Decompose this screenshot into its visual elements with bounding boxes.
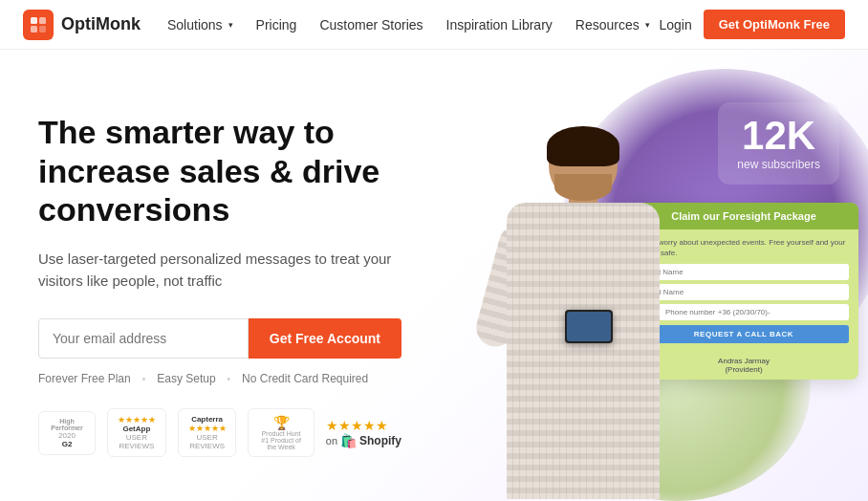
nav-cta-button[interactable]: Get OptiMonk Free — [704, 10, 845, 39]
stats-number: 12K — [737, 116, 820, 156]
logo-text: OptiMonk — [61, 14, 141, 34]
nav-inspiration[interactable]: Inspiration Library — [446, 17, 553, 33]
nav-links: Solutions Pricing Customer Stories Inspi… — [167, 17, 659, 33]
popup-footer: Andras Jarmay (Provident) — [629, 351, 858, 380]
popup-lastname[interactable] — [639, 264, 849, 280]
popup-phone-row — [639, 304, 849, 320]
nav-solutions[interactable]: Solutions — [167, 17, 233, 33]
trust-capterra: Capterra ★★★★★ USER REVIEWS — [178, 408, 237, 457]
popup-person-company: (Provident) — [639, 365, 849, 374]
shopify-stars: ★★★★★ — [326, 418, 401, 433]
nav-right: Login Get OptiMonk Free — [659, 10, 845, 39]
popup-header: Claim our Foresight Package — [629, 203, 858, 229]
shopify-stars-row: ★★★★★ on 🛍️ Shopify — [326, 418, 401, 448]
trust-g2-source: G2 — [62, 440, 73, 448]
popup-firstname[interactable] — [639, 284, 849, 300]
get-free-account-button[interactable]: Get Free Account — [249, 318, 401, 359]
logo[interactable]: OptiMonk — [23, 10, 141, 40]
trust-producthunt: 🏆 Product Hunt#1 Product of the Week — [248, 408, 314, 457]
popup-description: Don't worry about unexpected events. Fre… — [639, 237, 849, 258]
hero-right: 12K new subscribers Claim our Foresight … — [440, 50, 868, 501]
popup-phone[interactable] — [658, 304, 849, 320]
hero-headline: The smarter way to increase sales & driv… — [38, 113, 401, 229]
trust-capterra-stars: ★★★★★ — [188, 424, 227, 433]
badge-no-card: No Credit Card Required — [242, 372, 368, 385]
shopify-platform: Shopify — [359, 434, 401, 447]
trust-g2-label: HighPerformer — [51, 418, 82, 431]
trust-row: HighPerformer 2020 G2 ★★★★★ GetApp USER … — [38, 408, 401, 457]
popup-card: Claim our Foresight Package Don't worry … — [629, 203, 858, 380]
email-input[interactable] — [38, 318, 249, 359]
hero-section: The smarter way to increase sales & driv… — [0, 50, 868, 501]
nav-pricing[interactable]: Pricing — [256, 17, 297, 33]
trust-ph-label: Product Hunt#1 Product of the Week — [258, 430, 303, 450]
trust-g2: HighPerformer 2020 G2 — [38, 411, 96, 455]
hero-form: Get Free Account — [38, 318, 401, 359]
badge-free-plan: Forever Free Plan — [38, 372, 131, 385]
trust-badges: Forever Free Plan • Easy Setup • No Cred… — [38, 372, 401, 385]
trust-capterra-label: USER REVIEWS — [188, 433, 227, 450]
trust-getapp-stars: ★★★★★ — [118, 415, 156, 425]
badge-easy-setup: Easy Setup — [157, 372, 215, 385]
svg-rect-2 — [31, 26, 37, 33]
logo-icon — [23, 10, 54, 40]
navigation: OptiMonk Solutions Pricing Customer Stor… — [0, 0, 868, 50]
svg-rect-3 — [39, 26, 46, 33]
popup-body: Don't worry about unexpected events. Fre… — [629, 229, 858, 351]
svg-rect-0 — [31, 17, 37, 24]
shopify-on-label: on — [326, 435, 337, 447]
trust-getapp-label: USER REVIEWS — [118, 433, 156, 450]
nav-resources[interactable]: Resources — [575, 17, 650, 33]
badge-dot-1: • — [142, 374, 146, 384]
hero-subtext: Use laser-targeted personalized messages… — [38, 249, 401, 292]
login-button[interactable]: Login — [659, 17, 691, 33]
hero-left: The smarter way to increase sales & driv… — [0, 50, 440, 501]
badge-dot-2: • — [228, 374, 231, 384]
trust-getapp-source: GetApp — [122, 425, 150, 433]
popup-person-name: Andras Jarmay — [639, 357, 849, 365]
trust-capterra-source: Capterra — [191, 415, 223, 424]
trust-getapp: ★★★★★ GetApp USER REVIEWS — [107, 408, 166, 457]
trust-g2-year: 2020 — [58, 431, 76, 440]
trust-shopify: ★★★★★ on 🛍️ Shopify — [326, 418, 401, 448]
svg-rect-1 — [39, 17, 46, 24]
nav-customer-stories[interactable]: Customer Stories — [319, 17, 423, 33]
stats-bubble: 12K new subscribers — [718, 102, 839, 185]
stats-label: new subscribers — [737, 158, 820, 171]
popup-cta-button[interactable]: REQUEST A CALL BACK — [639, 325, 849, 343]
